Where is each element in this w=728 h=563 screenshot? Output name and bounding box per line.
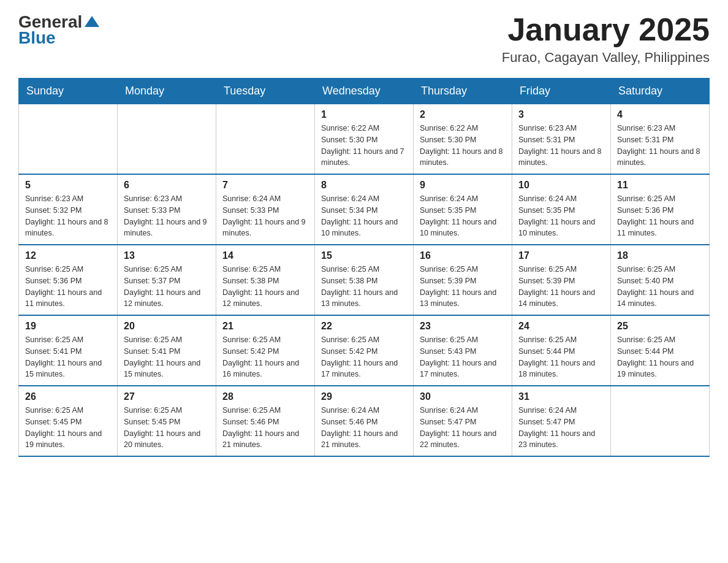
calendar-week-row: 12Sunrise: 6:25 AMSunset: 5:36 PMDayligh… (19, 245, 710, 315)
calendar-week-row: 19Sunrise: 6:25 AMSunset: 5:41 PMDayligh… (19, 315, 710, 386)
logo-icon (83, 13, 100, 31)
day-info: Sunrise: 6:23 AMSunset: 5:33 PMDaylight:… (124, 193, 210, 239)
day-info: Sunrise: 6:24 AMSunset: 5:47 PMDaylight:… (420, 405, 506, 451)
day-info: Sunrise: 6:25 AMSunset: 5:46 PMDaylight:… (222, 405, 308, 451)
svg-marker-0 (85, 16, 99, 27)
calendar-week-row: 1Sunrise: 6:22 AMSunset: 5:30 PMDaylight… (19, 104, 710, 175)
day-number: 15 (321, 250, 407, 261)
logo-blue-text: Blue (18, 28, 56, 48)
day-info: Sunrise: 6:25 AMSunset: 5:44 PMDaylight:… (518, 334, 604, 380)
day-number: 9 (420, 180, 506, 191)
day-number: 22 (321, 321, 407, 332)
day-info: Sunrise: 6:25 AMSunset: 5:43 PMDaylight:… (420, 334, 506, 380)
day-number: 12 (25, 250, 111, 261)
day-number: 10 (518, 180, 604, 191)
table-row: 9Sunrise: 6:24 AMSunset: 5:35 PMDaylight… (414, 174, 512, 245)
day-number: 3 (518, 109, 604, 120)
header-friday: Friday (512, 79, 611, 104)
page-header: General Blue January 2025 Furao, Cagayan… (18, 12, 710, 66)
calendar-week-row: 26Sunrise: 6:25 AMSunset: 5:45 PMDayligh… (19, 386, 710, 456)
day-number: 29 (321, 391, 407, 402)
location-title: Furao, Cagayan Valley, Philippines (502, 50, 710, 66)
table-row: 29Sunrise: 6:24 AMSunset: 5:46 PMDayligh… (315, 386, 414, 456)
table-row: 1Sunrise: 6:22 AMSunset: 5:30 PMDaylight… (315, 104, 414, 175)
table-row: 3Sunrise: 6:23 AMSunset: 5:31 PMDaylight… (512, 104, 611, 175)
table-row: 30Sunrise: 6:24 AMSunset: 5:47 PMDayligh… (414, 386, 512, 456)
day-number: 23 (420, 321, 506, 332)
table-row: 7Sunrise: 6:24 AMSunset: 5:33 PMDaylight… (216, 174, 315, 245)
day-number: 28 (222, 391, 308, 402)
table-row (118, 104, 216, 175)
day-number: 27 (124, 391, 210, 402)
weekday-header-row: Sunday Monday Tuesday Wednesday Thursday… (19, 79, 710, 104)
header-wednesday: Wednesday (315, 79, 414, 104)
title-section: January 2025 Furao, Cagayan Valley, Phil… (502, 12, 710, 66)
table-row: 6Sunrise: 6:23 AMSunset: 5:33 PMDaylight… (118, 174, 216, 245)
day-info: Sunrise: 6:25 AMSunset: 5:39 PMDaylight:… (518, 264, 604, 310)
table-row: 20Sunrise: 6:25 AMSunset: 5:41 PMDayligh… (118, 315, 216, 386)
day-info: Sunrise: 6:25 AMSunset: 5:44 PMDaylight:… (617, 334, 703, 380)
table-row: 21Sunrise: 6:25 AMSunset: 5:42 PMDayligh… (216, 315, 315, 386)
day-info: Sunrise: 6:24 AMSunset: 5:34 PMDaylight:… (321, 193, 407, 239)
table-row: 2Sunrise: 6:22 AMSunset: 5:30 PMDaylight… (414, 104, 512, 175)
table-row: 11Sunrise: 6:25 AMSunset: 5:36 PMDayligh… (611, 174, 710, 245)
day-number: 1 (321, 109, 407, 120)
day-info: Sunrise: 6:25 AMSunset: 5:41 PMDaylight:… (124, 334, 210, 380)
day-number: 19 (25, 321, 111, 332)
day-number: 4 (617, 109, 703, 120)
header-saturday: Saturday (611, 79, 710, 104)
day-number: 26 (25, 391, 111, 402)
day-number: 18 (617, 250, 703, 261)
table-row: 27Sunrise: 6:25 AMSunset: 5:45 PMDayligh… (118, 386, 216, 456)
calendar-week-row: 5Sunrise: 6:23 AMSunset: 5:32 PMDaylight… (19, 174, 710, 245)
table-row: 15Sunrise: 6:25 AMSunset: 5:38 PMDayligh… (315, 245, 414, 315)
table-row: 24Sunrise: 6:25 AMSunset: 5:44 PMDayligh… (512, 315, 611, 386)
day-info: Sunrise: 6:24 AMSunset: 5:47 PMDaylight:… (518, 405, 604, 451)
day-info: Sunrise: 6:25 AMSunset: 5:40 PMDaylight:… (617, 264, 703, 310)
header-sunday: Sunday (19, 79, 118, 104)
day-info: Sunrise: 6:25 AMSunset: 5:45 PMDaylight:… (124, 405, 210, 451)
table-row: 12Sunrise: 6:25 AMSunset: 5:36 PMDayligh… (19, 245, 118, 315)
day-number: 16 (420, 250, 506, 261)
table-row: 19Sunrise: 6:25 AMSunset: 5:41 PMDayligh… (19, 315, 118, 386)
day-info: Sunrise: 6:24 AMSunset: 5:33 PMDaylight:… (222, 193, 308, 239)
day-info: Sunrise: 6:25 AMSunset: 5:41 PMDaylight:… (25, 334, 111, 380)
day-info: Sunrise: 6:22 AMSunset: 5:30 PMDaylight:… (420, 123, 506, 169)
day-info: Sunrise: 6:25 AMSunset: 5:38 PMDaylight:… (222, 264, 308, 310)
day-info: Sunrise: 6:23 AMSunset: 5:31 PMDaylight:… (518, 123, 604, 169)
table-row: 25Sunrise: 6:25 AMSunset: 5:44 PMDayligh… (611, 315, 710, 386)
table-row (19, 104, 118, 175)
table-row: 17Sunrise: 6:25 AMSunset: 5:39 PMDayligh… (512, 245, 611, 315)
day-info: Sunrise: 6:25 AMSunset: 5:37 PMDaylight:… (124, 264, 210, 310)
table-row (216, 104, 315, 175)
day-info: Sunrise: 6:25 AMSunset: 5:42 PMDaylight:… (222, 334, 308, 380)
day-number: 7 (222, 180, 308, 191)
day-number: 8 (321, 180, 407, 191)
table-row: 5Sunrise: 6:23 AMSunset: 5:32 PMDaylight… (19, 174, 118, 245)
table-row: 8Sunrise: 6:24 AMSunset: 5:34 PMDaylight… (315, 174, 414, 245)
day-number: 14 (222, 250, 308, 261)
day-info: Sunrise: 6:25 AMSunset: 5:42 PMDaylight:… (321, 334, 407, 380)
header-monday: Monday (118, 79, 216, 104)
day-number: 30 (420, 391, 506, 402)
table-row (611, 386, 710, 456)
day-info: Sunrise: 6:25 AMSunset: 5:45 PMDaylight:… (25, 405, 111, 451)
table-row: 31Sunrise: 6:24 AMSunset: 5:47 PMDayligh… (512, 386, 611, 456)
day-number: 21 (222, 321, 308, 332)
day-info: Sunrise: 6:24 AMSunset: 5:46 PMDaylight:… (321, 405, 407, 451)
month-title: January 2025 (502, 12, 710, 47)
day-number: 2 (420, 109, 506, 120)
day-info: Sunrise: 6:24 AMSunset: 5:35 PMDaylight:… (420, 193, 506, 239)
calendar-table: Sunday Monday Tuesday Wednesday Thursday… (18, 78, 710, 457)
logo: General Blue (18, 12, 100, 48)
day-number: 24 (518, 321, 604, 332)
table-row: 26Sunrise: 6:25 AMSunset: 5:45 PMDayligh… (19, 386, 118, 456)
day-info: Sunrise: 6:22 AMSunset: 5:30 PMDaylight:… (321, 123, 407, 169)
day-info: Sunrise: 6:25 AMSunset: 5:36 PMDaylight:… (25, 264, 111, 310)
table-row: 10Sunrise: 6:24 AMSunset: 5:35 PMDayligh… (512, 174, 611, 245)
day-info: Sunrise: 6:25 AMSunset: 5:36 PMDaylight:… (617, 193, 703, 239)
day-info: Sunrise: 6:25 AMSunset: 5:39 PMDaylight:… (420, 264, 506, 310)
header-thursday: Thursday (414, 79, 512, 104)
table-row: 18Sunrise: 6:25 AMSunset: 5:40 PMDayligh… (611, 245, 710, 315)
table-row: 28Sunrise: 6:25 AMSunset: 5:46 PMDayligh… (216, 386, 315, 456)
